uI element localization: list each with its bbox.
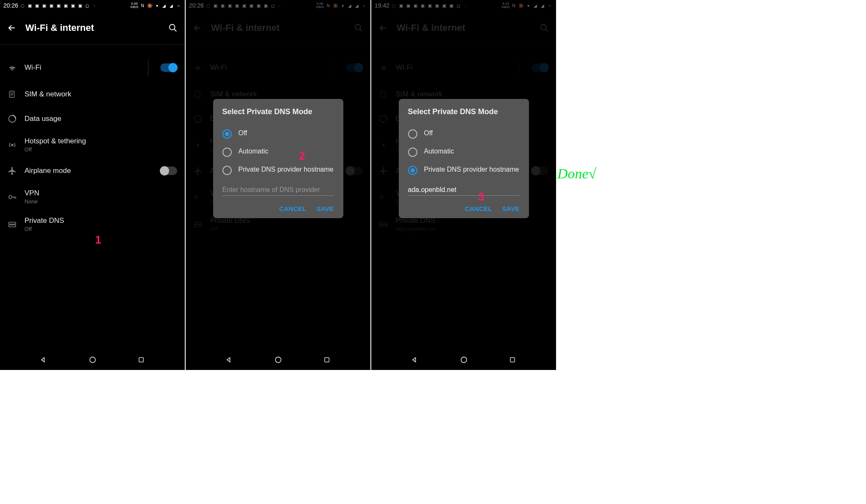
row-wifi: Wi-Fi bbox=[186, 53, 370, 82]
header: Wi-Fi & internet bbox=[186, 11, 370, 45]
nav-home[interactable] bbox=[458, 354, 469, 365]
notif-icon: ▣ bbox=[34, 3, 40, 8]
row-label: SIM & network bbox=[25, 90, 177, 99]
hostname-input[interactable]: ada.openbld.net bbox=[408, 184, 520, 196]
nav-back[interactable] bbox=[409, 354, 420, 365]
radio-icon bbox=[222, 166, 232, 175]
row-sub: None bbox=[25, 198, 177, 205]
more-icon: · bbox=[277, 3, 283, 8]
row-label: Wi-Fi bbox=[25, 63, 148, 72]
battery-icon: ○ bbox=[175, 3, 181, 8]
notif-icon: ◻ bbox=[270, 3, 276, 8]
nav-back[interactable] bbox=[38, 354, 49, 365]
nav-bar bbox=[0, 350, 185, 370]
search-button[interactable] bbox=[167, 22, 179, 34]
hostname-input[interactable]: Enter hostname of DNS provider bbox=[222, 184, 334, 196]
row-private-dns[interactable]: Private DNSOff bbox=[0, 211, 185, 238]
cancel-button[interactable]: CANCEL bbox=[465, 205, 492, 212]
cancel-button[interactable]: CANCEL bbox=[279, 205, 306, 212]
nav-recent[interactable] bbox=[136, 354, 147, 365]
row-sim[interactable]: SIM & network bbox=[0, 82, 185, 107]
wifi-toggle bbox=[532, 63, 548, 72]
dns-icon bbox=[8, 220, 17, 229]
radio-option-automatic[interactable]: Automatic bbox=[408, 143, 520, 161]
page-title: Wi-Fi & internet bbox=[211, 22, 353, 33]
dns-icon bbox=[193, 220, 203, 229]
nav-bar bbox=[371, 350, 556, 370]
radio-option-off[interactable]: Off bbox=[408, 125, 520, 143]
row-wifi: Wi-Fi bbox=[371, 53, 556, 82]
more-icon: · bbox=[91, 3, 97, 8]
more-icon: · bbox=[463, 3, 469, 8]
dialog-title: Select Private DNS Mode bbox=[222, 107, 334, 116]
radio-label: Private DNS provider hostname bbox=[238, 165, 334, 174]
row-wifi[interactable]: Wi-Fi bbox=[0, 53, 185, 82]
radio-label: Off bbox=[238, 129, 247, 137]
nfc-icon: N bbox=[140, 3, 145, 8]
nav-back[interactable] bbox=[224, 354, 235, 365]
hotspot-icon bbox=[193, 140, 203, 150]
wifi-icon: ▾ bbox=[154, 3, 160, 8]
nav-home[interactable] bbox=[273, 354, 284, 365]
phone-screen-3: 19:42 ◌ ▣ ▣ ▣ ▣ ▣ ▣ ▣ ▣ ◻ · 4.33KB/S N 🔕… bbox=[371, 0, 556, 370]
row-airplane[interactable]: Airplane mode bbox=[0, 159, 185, 183]
row-data[interactable]: Data usage bbox=[0, 107, 185, 131]
notif-icon: ▣ bbox=[227, 3, 233, 8]
back-button[interactable] bbox=[6, 22, 18, 34]
svg-rect-24 bbox=[380, 225, 387, 227]
notif-icon: ◻ bbox=[84, 3, 90, 8]
radio-option-off[interactable]: Off bbox=[222, 125, 334, 143]
radio-option-hostname[interactable]: Private DNS provider hostname bbox=[222, 161, 334, 179]
radio-option-hostname[interactable]: Private DNS provider hostname bbox=[408, 161, 520, 179]
data-usage-icon bbox=[8, 114, 17, 123]
wifi-icon: ▾ bbox=[340, 3, 345, 8]
svg-point-9 bbox=[355, 24, 361, 30]
radio-label: Private DNS provider hostname bbox=[424, 165, 519, 174]
data-usage-icon bbox=[379, 114, 388, 123]
battery-icon: ○ bbox=[361, 3, 367, 8]
svg-rect-15 bbox=[195, 225, 202, 227]
signal-icon: ◢ bbox=[161, 3, 167, 8]
nav-recent[interactable] bbox=[507, 354, 518, 365]
save-button[interactable]: SAVE bbox=[502, 205, 520, 212]
data-rate: 0.00KB/S bbox=[316, 2, 324, 9]
wifi-toggle[interactable] bbox=[160, 63, 177, 72]
signal-icon: ◢ bbox=[532, 3, 538, 8]
data-rate: 4.33KB/S bbox=[502, 2, 510, 9]
svg-rect-8 bbox=[139, 358, 144, 362]
dns-icon bbox=[379, 220, 388, 229]
private-dns-dialog: Select Private DNS Mode Off Automatic Pr… bbox=[399, 99, 529, 218]
airplane-toggle[interactable] bbox=[160, 167, 177, 175]
row-hotspot[interactable]: Hotspot & tetheringOff bbox=[0, 131, 185, 159]
row-label: Wi-Fi bbox=[210, 63, 334, 72]
row-vpn[interactable]: VPNNone bbox=[0, 183, 185, 211]
vpn-icon bbox=[379, 192, 388, 202]
nav-home[interactable] bbox=[87, 354, 98, 365]
notif-icon: ▣ bbox=[234, 3, 240, 8]
vpn-icon bbox=[193, 192, 203, 202]
data-usage-icon bbox=[193, 114, 203, 123]
svg-point-7 bbox=[90, 357, 95, 362]
nav-recent[interactable] bbox=[321, 354, 332, 365]
sim-icon bbox=[193, 90, 202, 99]
svg-point-0 bbox=[170, 24, 175, 30]
notif-icon: ▣ bbox=[70, 3, 76, 8]
svg-point-13 bbox=[195, 195, 197, 198]
data-rate: 0.00KB/S bbox=[131, 2, 138, 9]
notif-icon: ▣ bbox=[212, 3, 218, 8]
radio-option-automatic[interactable]: Automatic bbox=[222, 143, 334, 161]
status-time: 20:26 bbox=[189, 2, 204, 9]
svg-point-11 bbox=[195, 115, 202, 123]
notif-icon: ▣ bbox=[263, 3, 269, 8]
row-sub: Off bbox=[25, 146, 177, 153]
mute-icon: 🔕 bbox=[147, 3, 153, 8]
page-title: Wi-Fi & internet bbox=[25, 22, 167, 33]
settings-list: Wi-Fi SIM & network Data usage Hotspot &… bbox=[0, 45, 185, 238]
notif-icon: ▣ bbox=[255, 3, 261, 8]
save-button[interactable]: SAVE bbox=[317, 205, 334, 212]
radio-icon bbox=[408, 148, 417, 157]
status-time: 20:26 bbox=[3, 2, 18, 9]
notif-icon: ▣ bbox=[63, 3, 69, 8]
notif-icon: ▣ bbox=[419, 3, 425, 8]
radio-label: Automatic bbox=[424, 147, 454, 156]
